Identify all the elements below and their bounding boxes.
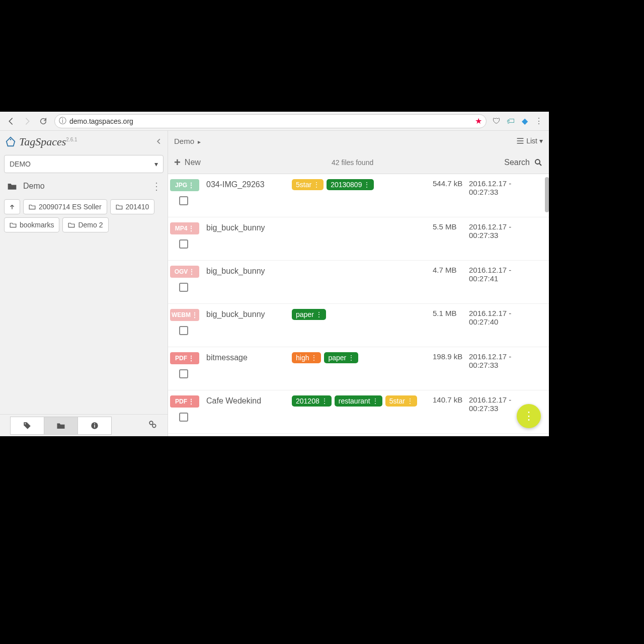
file-size: 140.7 kB xyxy=(433,395,469,404)
extension-shield-icon[interactable]: 🛡 xyxy=(491,115,503,127)
current-location-name: Demo xyxy=(23,182,45,191)
file-tags: 201208 ⋮restaurant ⋮5star ⋮ xyxy=(292,395,433,407)
file-name: 034-IMG_29263 xyxy=(206,179,292,189)
file-date: 2016.12.17 - 00:27:33 xyxy=(469,179,534,196)
file-checkbox[interactable] xyxy=(179,239,188,249)
folder-icon xyxy=(10,222,17,228)
folder-open-icon xyxy=(7,182,17,191)
file-date: 2016.12.17 - 00:27:33 xyxy=(469,352,534,369)
file-ext-badge[interactable]: OGV ⋮ xyxy=(170,266,199,278)
tag-icon xyxy=(23,421,32,430)
dropdown-caret-icon: ▾ xyxy=(154,160,158,168)
tag[interactable]: 5star ⋮ xyxy=(385,395,417,407)
folder-chip-label: 20090714 ES Soller xyxy=(39,203,102,211)
url-bar[interactable]: ⓘ demo.tagspaces.org ★ xyxy=(54,114,487,128)
file-size: 5.5 MB xyxy=(433,222,469,231)
file-size: 198.9 kB xyxy=(433,352,469,361)
file-name: Cafe Wedekind xyxy=(206,395,292,406)
file-row[interactable]: PDF ⋮Cafe Wedekind201208 ⋮restaurant ⋮5s… xyxy=(168,390,549,434)
current-location-row[interactable]: Demo ⋮ xyxy=(0,175,168,197)
folder-chip-label: Demo 2 xyxy=(78,221,103,229)
sidebar-tab-info[interactable] xyxy=(77,417,112,435)
folder-chip[interactable]: 20090714 ES Soller xyxy=(23,199,107,214)
folder-up-button[interactable] xyxy=(4,199,20,214)
file-checkbox[interactable] xyxy=(179,413,188,422)
folder-icon xyxy=(56,422,65,430)
file-checkbox[interactable] xyxy=(179,283,188,292)
location-selected-label: DEMO xyxy=(10,160,31,168)
bookmark-star-icon[interactable]: ★ xyxy=(475,116,482,126)
file-ext-badge[interactable]: PDF ⋮ xyxy=(170,352,199,364)
file-name: bitmessage xyxy=(206,352,292,362)
search-icon xyxy=(534,158,543,167)
sidebar-tab-folders[interactable] xyxy=(44,417,78,435)
svg-point-6 xyxy=(152,424,156,428)
file-name: big_buck_bunny xyxy=(206,266,292,276)
list-icon xyxy=(516,137,524,144)
new-button[interactable]: + New xyxy=(174,156,201,169)
file-checkbox[interactable] xyxy=(179,326,188,335)
file-row[interactable]: PDF ⋮bitmessagehigh ⋮paper ⋮198.9 kB2016… xyxy=(168,347,549,390)
fab-button[interactable]: ⋮ xyxy=(517,404,541,428)
folder-icon xyxy=(68,222,75,228)
file-ext-badge[interactable]: MP4 ⋮ xyxy=(170,222,199,234)
file-row[interactable]: MP4 ⋮big_buck_bunny5.5 MB2016.12.17 - 00… xyxy=(168,217,549,261)
site-info-icon[interactable]: ⓘ xyxy=(59,116,66,126)
extension-tag-icon[interactable]: 🏷 xyxy=(505,115,517,127)
file-ext-badge[interactable]: WEBM ⋮ xyxy=(170,309,199,321)
browser-menu-icon[interactable]: ⋮ xyxy=(533,115,545,127)
file-tags: paper ⋮ xyxy=(292,309,433,320)
main-panel: Demo ▸ List ▾ + New 42 files found Searc… xyxy=(168,131,549,436)
svg-point-1 xyxy=(25,423,26,424)
app-logo[interactable]: TagSpaces2.6.1 xyxy=(5,135,77,148)
folder-chip[interactable]: Demo 2 xyxy=(62,217,108,232)
file-date: 2016.12.17 - 00:27:41 xyxy=(469,266,534,283)
folder-chip-label: 201410 xyxy=(126,203,149,211)
back-button[interactable] xyxy=(4,114,18,128)
file-row[interactable]: WEBM ⋮big_buck_bunnypaper ⋮5.1 MB2016.12… xyxy=(168,304,549,347)
settings-button[interactable] xyxy=(147,419,157,432)
forward-button[interactable] xyxy=(20,114,34,128)
svg-point-7 xyxy=(535,159,540,164)
tag[interactable]: 201208 ⋮ xyxy=(292,395,332,407)
info-icon xyxy=(90,421,99,430)
scrollbar[interactable] xyxy=(545,177,549,212)
file-checkbox[interactable] xyxy=(179,196,188,205)
breadcrumb[interactable]: Demo ▸ xyxy=(174,137,201,145)
tag[interactable]: 20130809 ⋮ xyxy=(327,179,374,190)
file-row[interactable]: OGV ⋮big_buck_bunny4.7 MB2016.12.17 - 00… xyxy=(168,261,549,304)
new-button-label: New xyxy=(185,158,201,167)
folder-chip[interactable]: bookmarks xyxy=(4,217,59,232)
folder-icon xyxy=(116,204,123,210)
file-checkbox[interactable] xyxy=(179,369,188,378)
view-mode-toggle[interactable]: List ▾ xyxy=(516,137,543,145)
folder-chip[interactable]: 201410 xyxy=(110,199,155,214)
tag[interactable]: paper ⋮ xyxy=(324,352,358,363)
search-button[interactable]: Search xyxy=(504,158,543,167)
file-date: 2016.12.17 - 00:27:40 xyxy=(469,309,534,326)
svg-point-5 xyxy=(149,421,153,425)
svg-rect-3 xyxy=(94,425,95,427)
subfolder-list: 20090714 ES Soller 201410 bookmarks Demo… xyxy=(0,197,168,236)
file-ext-badge[interactable]: PDF ⋮ xyxy=(170,395,199,408)
reload-button[interactable] xyxy=(36,114,50,128)
collapse-sidebar-icon[interactable] xyxy=(155,137,163,147)
tag[interactable]: high ⋮ xyxy=(292,352,321,363)
file-tags: high ⋮paper ⋮ xyxy=(292,352,433,363)
tag[interactable]: paper ⋮ xyxy=(292,309,326,320)
file-row[interactable]: JPG ⋮034-IMG_292635star ⋮20130809 ⋮544.7… xyxy=(168,174,549,217)
file-ext-badge[interactable]: JPG ⋮ xyxy=(170,179,199,191)
file-list: JPG ⋮034-IMG_292635star ⋮20130809 ⋮544.7… xyxy=(168,174,549,436)
tag[interactable]: 5star ⋮ xyxy=(292,179,324,190)
file-name: big_buck_bunny xyxy=(206,222,292,232)
chevron-right-icon: ▸ xyxy=(196,138,201,145)
extension-diamond-icon[interactable]: ◆ xyxy=(519,115,531,127)
file-size: 4.7 MB xyxy=(433,266,469,274)
location-menu-icon[interactable]: ⋮ xyxy=(151,180,160,192)
browser-toolbar: ⓘ demo.tagspaces.org ★ 🛡 🏷 ◆ ⋮ xyxy=(0,112,549,131)
sidebar-tab-tags[interactable] xyxy=(10,417,44,435)
app-version: 2.6.1 xyxy=(66,137,77,142)
url-text: demo.tagspaces.org xyxy=(69,117,133,125)
tag[interactable]: restaurant ⋮ xyxy=(335,395,382,407)
location-select[interactable]: DEMO ▾ xyxy=(4,155,164,173)
